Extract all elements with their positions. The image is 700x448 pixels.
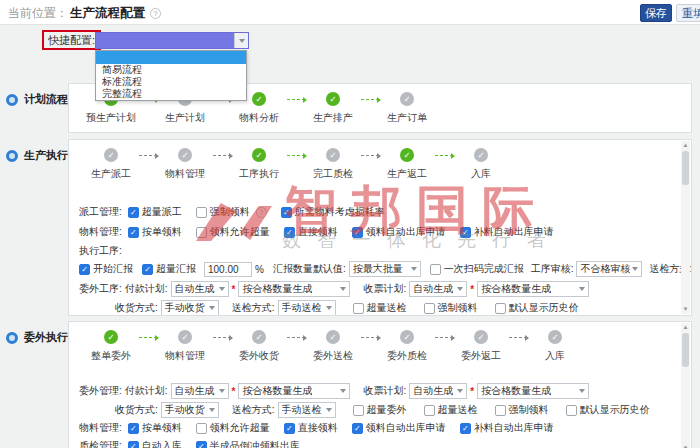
- process-audit-label: 工序审核:: [531, 262, 574, 276]
- checkbox: [196, 227, 207, 238]
- scrollbar[interactable]: [681, 141, 690, 314]
- step-label: 生产计划: [157, 111, 213, 125]
- required-asterisk: *: [232, 284, 236, 295]
- select-value: 自动生成: [175, 282, 215, 296]
- scroll-thumb[interactable]: [682, 151, 689, 185]
- row-label: 物料管理:: [79, 225, 122, 239]
- scroll-down-icon[interactable]: [683, 305, 689, 314]
- send-inspect-select[interactable]: 手动送检: [278, 300, 336, 316]
- dropdown-option[interactable]: 简易流程: [96, 64, 246, 76]
- step-label: 物料管理: [157, 167, 213, 181]
- checkbox-over-outsource[interactable]: 超量委外: [353, 403, 407, 417]
- select-value: 自动生成: [413, 384, 453, 398]
- dropdown-option[interactable]: 完整流程: [96, 88, 246, 100]
- checkbox-auto-outbound-request[interactable]: 领料自动出库申请: [352, 421, 446, 435]
- checkbox-force-picking[interactable]: 强制领料: [424, 301, 478, 315]
- help-icon[interactable]: [150, 8, 161, 19]
- invoice-plan-select[interactable]: 自动生成: [409, 281, 467, 297]
- send-inspect-select[interactable]: 手动送检: [278, 402, 336, 418]
- outsource-qc-row: 质检管理: 自动入库 半成品倒冲领料出库: [79, 439, 691, 448]
- dropdown-option[interactable]: 标准流程: [96, 76, 246, 88]
- checkbox-refill-auto-outbound[interactable]: 补料自动出库申请: [460, 225, 554, 239]
- checkbox-refill-auto-outbound[interactable]: 补料自动出库申请: [460, 421, 554, 435]
- checkbox-force-picking[interactable]: 强制领料: [196, 205, 267, 219]
- select-value: 按合格数量生成: [481, 384, 551, 398]
- quick-config-select[interactable]: [95, 32, 249, 49]
- select-value: 按合格数量生成: [242, 384, 312, 398]
- scroll-up-icon[interactable]: [683, 323, 689, 332]
- arrow-icon: [139, 155, 157, 156]
- checkbox: [128, 227, 139, 238]
- receive-mode-select[interactable]: 手动收货: [161, 402, 219, 418]
- payment-plan-select[interactable]: 自动生成: [171, 383, 229, 399]
- checkbox-auto-outbound-request[interactable]: 领料自动出库申请: [352, 225, 446, 239]
- check-done-icon: [326, 92, 340, 106]
- check-pending-icon: [548, 330, 562, 344]
- scroll-down-icon[interactable]: [683, 444, 689, 448]
- invoice-plan-label: 收票计划:: [363, 282, 406, 296]
- checkbox-direct-pick[interactable]: 直接领料: [284, 225, 338, 239]
- invoice-plan-select[interactable]: 自动生成: [409, 383, 467, 399]
- step-label: 整单委外: [83, 349, 139, 363]
- checkbox-over-dispatch[interactable]: 超量派工: [128, 205, 182, 219]
- select-value: 手动送检: [282, 301, 322, 315]
- select-arrow-box[interactable]: [234, 33, 248, 48]
- checkbox-auto-inbound[interactable]: 自动入库: [128, 439, 182, 448]
- step-label: 预生产计划: [83, 111, 139, 125]
- scroll-thumb[interactable]: [682, 333, 689, 367]
- chevron-down-icon: [457, 389, 463, 396]
- checkbox: [128, 441, 139, 448]
- checkbox-label: 超量送检: [438, 403, 478, 417]
- checkbox-start-report[interactable]: 开始汇报: [79, 262, 133, 276]
- dropdown-option-blank[interactable]: [96, 51, 246, 64]
- invoice-rule-select[interactable]: 按合格数量生成: [477, 281, 589, 297]
- payment-rule-select[interactable]: 按合格数量生成: [238, 281, 350, 297]
- dispatch-settings-row: 派工管理: 超量派工 强制领料 所需物料考虑损耗率: [79, 205, 691, 219]
- percent-sign: %: [255, 264, 264, 275]
- section-title: 委外执行: [24, 330, 68, 345]
- checkbox-show-history-price[interactable]: 默认显示历史价: [495, 301, 579, 315]
- send-inspect-label: 送检方式:: [232, 403, 275, 417]
- chevron-down-icon: [579, 287, 585, 294]
- checkbox: [79, 264, 90, 275]
- scroll-up-icon[interactable]: [683, 141, 689, 150]
- receive-mode-select[interactable]: 手动收货: [161, 300, 219, 316]
- checkbox-label: 强制领料: [210, 205, 250, 219]
- checkbox-label: 所需物料考虑损耗率: [295, 205, 385, 219]
- checkbox-pick-by-order[interactable]: 按单领料: [128, 421, 182, 435]
- step-label: 物料管理: [157, 349, 213, 363]
- production-flow-config-page: 当前位置： 生产流程配置 保存 重填 快捷配置: 简易流程 标准流程 完整流程 …: [0, 0, 700, 448]
- checkbox: [128, 207, 139, 218]
- over-report-percent-input[interactable]: [204, 262, 252, 277]
- step-item: 入库: [527, 330, 583, 363]
- invoice-rule-select[interactable]: 按合格数量生成: [477, 383, 589, 399]
- process-audit-select[interactable]: 不合格审核: [576, 261, 642, 277]
- qty-default-select[interactable]: 按最大批量: [349, 261, 421, 277]
- checkbox: [284, 423, 295, 434]
- checkbox-direct-pick[interactable]: 直接领料: [284, 421, 338, 435]
- save-button[interactable]: 保存: [640, 4, 672, 22]
- select-value: 不合格审核: [580, 262, 630, 276]
- info-icon[interactable]: [256, 207, 267, 218]
- checkbox-over-inspect[interactable]: 超量送检: [424, 403, 478, 417]
- checkbox-over-inspect[interactable]: 超量送检: [353, 301, 407, 315]
- scrollbar[interactable]: [681, 323, 690, 448]
- payment-plan-select[interactable]: 自动生成: [171, 281, 229, 297]
- checkbox-scan-complete-report[interactable]: 一次扫码完成汇报: [430, 262, 524, 276]
- checkbox-allow-over-pick[interactable]: 领料允许超量: [196, 421, 270, 435]
- checkbox-backflush-outbound[interactable]: 半成品倒冲领料出库: [196, 439, 300, 448]
- checkbox-allow-over-pick[interactable]: 领料允许超量: [196, 225, 270, 239]
- checkbox-loss-rate[interactable]: 所需物料考虑损耗率: [281, 205, 385, 219]
- checkbox-show-history-price[interactable]: 默认显示历史价: [566, 403, 650, 417]
- checkbox-pick-by-order[interactable]: 按单领料: [128, 225, 182, 239]
- checkbox-over-report[interactable]: 超量汇报: [142, 262, 196, 276]
- chevron-down-icon: [632, 267, 638, 274]
- checkbox: [495, 303, 506, 314]
- checkbox-force-picking[interactable]: 强制领料: [495, 403, 549, 417]
- checkbox: [495, 405, 506, 416]
- step-item: 生产派工: [83, 148, 139, 181]
- quick-config-label: 快捷配置:: [48, 33, 95, 48]
- payment-rule-select[interactable]: 按合格数量生成: [238, 383, 350, 399]
- reset-button[interactable]: 重填: [676, 4, 700, 22]
- check-done-icon: [400, 148, 414, 162]
